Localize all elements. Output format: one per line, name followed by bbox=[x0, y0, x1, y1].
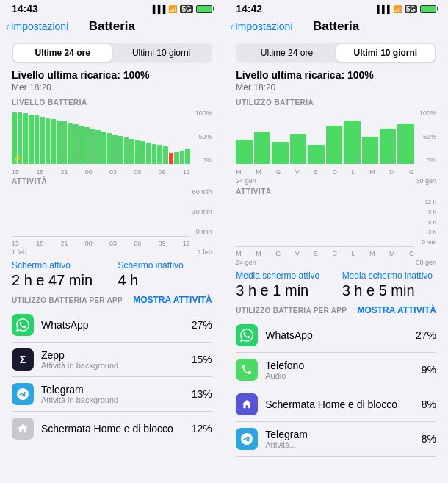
right-active-value: 3 h e 1 min bbox=[236, 282, 330, 299]
right-usage-header: UTILIZZO BATTERIA PER APP MOSTRA ATTIVIT… bbox=[236, 305, 436, 315]
app-percent-whatsapp-left: 27% bbox=[192, 319, 212, 331]
bar bbox=[157, 145, 162, 164]
app-percent-phone: 9% bbox=[422, 364, 436, 376]
lightning-icon: ⚡ bbox=[13, 155, 21, 162]
bar bbox=[380, 129, 396, 164]
bar bbox=[95, 130, 101, 164]
home-icon-right bbox=[236, 393, 258, 415]
right-activity-label: ATTIVITÀ bbox=[236, 187, 436, 196]
bar bbox=[362, 137, 378, 164]
bar bbox=[23, 113, 28, 164]
right-signal-icon: ▐▐▐ bbox=[374, 5, 389, 13]
right-nav-bar: ‹ Impostazioni Batteria bbox=[224, 16, 448, 40]
left-segment-control[interactable]: Ultime 24 ore Ultimi 10 giorni bbox=[12, 43, 212, 63]
right-time: 14:42 bbox=[236, 3, 262, 15]
bar bbox=[124, 137, 129, 164]
bar bbox=[68, 123, 73, 164]
bar bbox=[174, 152, 179, 164]
left-battery-chart: 100% 50% 0% bbox=[12, 110, 212, 176]
right-battery-label: UTILIZZO BATTERIA bbox=[236, 99, 436, 107]
bar bbox=[35, 115, 40, 164]
battery-icon-left bbox=[196, 5, 212, 13]
app-item-phone[interactable]: Telefono Audio 9% bbox=[236, 353, 436, 387]
app-name-phone: Telefono bbox=[265, 359, 422, 371]
right-wifi-icon: 📶 bbox=[393, 5, 402, 13]
left-battery-bars bbox=[12, 110, 190, 164]
whatsapp-icon-right bbox=[236, 324, 258, 346]
phone-icon bbox=[236, 359, 258, 381]
bar bbox=[290, 134, 306, 164]
right-status-icons: ▐▐▐ 📶 5G bbox=[374, 5, 436, 13]
app-name-home-right: Schermata Home e di blocco bbox=[265, 398, 422, 410]
bar bbox=[180, 151, 185, 165]
bar bbox=[140, 141, 145, 164]
right-charge-level: Livello ultima ricarica: 100% bbox=[236, 69, 436, 81]
app-item-telegram-left[interactable]: Telegram Attività in background 13% bbox=[12, 377, 212, 412]
app-item-telegram-right[interactable]: Telegram Attività... 8% bbox=[236, 422, 436, 457]
right-nav-title: Batteria bbox=[313, 19, 359, 34]
right-battery-chart: 100% 50% 0% M M G V bbox=[236, 110, 436, 176]
bar bbox=[326, 126, 342, 164]
left-activity-x-labels: 15 18 21 00 03 06 09 12 bbox=[12, 240, 190, 247]
right-inactive-value: 3 h e 5 min bbox=[342, 282, 436, 299]
right-battery-bars bbox=[236, 110, 414, 164]
right-active-label: Media schermo attivo bbox=[236, 271, 330, 281]
bar bbox=[101, 132, 106, 164]
right-segment-control[interactable]: Ultime 24 ore Ultimi 10 giorni bbox=[236, 43, 436, 63]
right-status-bar: 14:42 ▐▐▐ 📶 5G bbox=[224, 0, 448, 16]
right-battery-divider bbox=[236, 165, 414, 165]
bar bbox=[62, 121, 68, 164]
left-panel: 14:43 ▐▐▐ 📶 5G ‹ Impostazioni Batteria U… bbox=[0, 0, 224, 483]
app-percent-home-right: 8% bbox=[422, 398, 436, 410]
left-back-button[interactable]: ‹ Impostazioni bbox=[6, 21, 68, 32]
left-charge-time: Mer 18:20 bbox=[12, 82, 212, 93]
battery-icon-right bbox=[420, 5, 436, 13]
right-show-activity[interactable]: MOSTRA ATTIVITÀ bbox=[357, 305, 436, 315]
bar bbox=[51, 119, 56, 164]
right-back-button[interactable]: ‹ Impostazioni bbox=[230, 21, 292, 32]
app-item-whatsapp-left[interactable]: WhatsApp 27% bbox=[12, 308, 212, 343]
left-activity-chart: 60 min 30 min 0 min bbox=[12, 188, 212, 247]
bar bbox=[57, 121, 62, 164]
chevron-left-icon: ‹ bbox=[6, 21, 10, 32]
app-sub-phone: Audio bbox=[265, 371, 422, 380]
left-battery-y-labels: 100% 50% 0% bbox=[192, 110, 212, 164]
bar bbox=[308, 145, 324, 164]
app-item-home-left[interactable]: Schermata Home e di blocco 12% bbox=[12, 412, 212, 446]
bar bbox=[107, 133, 112, 164]
signal-icon: ▐▐▐ bbox=[150, 5, 165, 13]
left-content: Livello ultima ricarica: 100% Mer 18:20 … bbox=[0, 69, 224, 446]
app-item-zepp[interactable]: Σ Zepp Attività in background 15% bbox=[12, 343, 212, 377]
left-segment-24h[interactable]: Ultime 24 ore bbox=[13, 44, 112, 62]
app-item-home-right[interactable]: Schermata Home e di blocco 8% bbox=[236, 387, 436, 422]
bar bbox=[118, 136, 123, 164]
right-segment-24h[interactable]: Ultime 24 ore bbox=[237, 44, 336, 62]
app-name-telegram-right: Telegram bbox=[265, 429, 422, 440]
app-name-whatsapp-right: WhatsApp bbox=[265, 329, 416, 341]
bar bbox=[29, 115, 34, 164]
app-item-whatsapp-right[interactable]: WhatsApp 27% bbox=[236, 318, 436, 353]
telegram-icon-left bbox=[12, 383, 34, 405]
telegram-icon-right bbox=[236, 428, 258, 450]
bar bbox=[112, 135, 118, 164]
left-show-activity[interactable]: MOSTRA ATTIVITÀ bbox=[133, 295, 212, 305]
right-battery-x-labels: M M G V S D L M M G bbox=[236, 168, 414, 176]
bar bbox=[185, 149, 189, 164]
bar bbox=[272, 142, 288, 164]
bar bbox=[236, 140, 252, 164]
right-activity-chart: 12 h 9 h 6 h 3 h 0 min bbox=[236, 198, 436, 257]
right-activity-y-labels: 12 h 9 h 6 h 3 h 0 min bbox=[416, 198, 436, 246]
right-segment-10d[interactable]: Ultimi 10 giorni bbox=[336, 44, 435, 62]
left-app-list: WhatsApp 27% Σ Zepp Attività in backgrou… bbox=[12, 308, 212, 446]
bar bbox=[397, 124, 413, 165]
left-segment-10d[interactable]: Ultimi 10 giorni bbox=[112, 44, 210, 62]
left-screen-time: Schermo attivo 2 h e 47 min Schermo inat… bbox=[12, 260, 212, 289]
battery-label-left: 5G bbox=[180, 5, 192, 13]
bar bbox=[73, 124, 79, 164]
left-charge-level: Livello ultima ricarica: 100% bbox=[12, 69, 212, 81]
left-battery-label: LIVELLO BATTERIA bbox=[12, 99, 212, 107]
left-activity-y-labels: 60 min 30 min 0 min bbox=[192, 188, 212, 235]
left-inactive-value: 4 h bbox=[118, 272, 212, 289]
bar bbox=[152, 144, 157, 164]
right-content: Livello ultima ricarica: 100% Mer 18:20 … bbox=[224, 69, 448, 457]
